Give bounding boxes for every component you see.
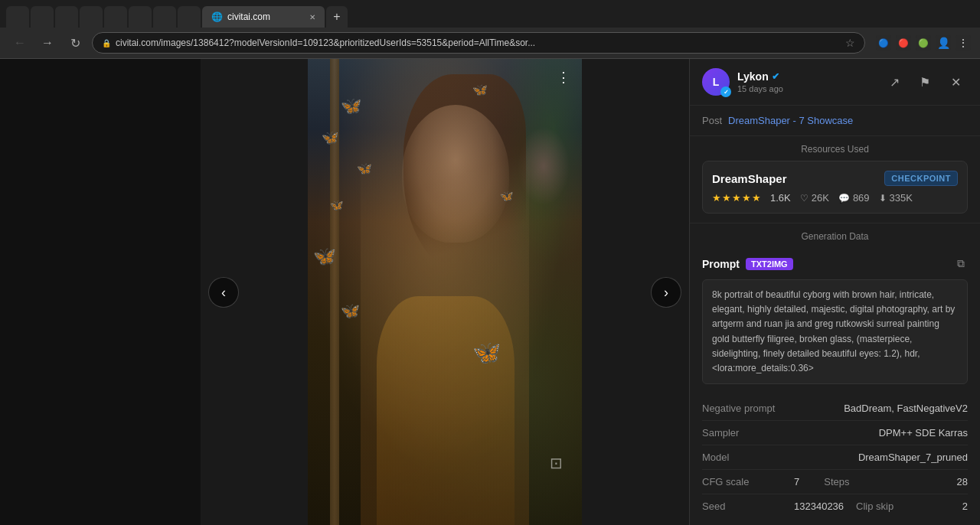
steps-label: Steps xyxy=(824,476,849,488)
avatar: L ✓ xyxy=(702,68,730,96)
resource-card: DreamShaper CHECKPOINT ★ ★ ★ ★ ★ 1.6K ♡ … xyxy=(702,161,968,214)
refresh-button[interactable]: ↻ xyxy=(64,32,86,54)
user-info: Lykon ✔ 15 days ago xyxy=(737,70,874,93)
model-row: Model DreamShaper_7_pruned xyxy=(702,445,968,470)
close-button[interactable]: ✕ xyxy=(943,70,968,94)
post-label: Post xyxy=(702,115,722,126)
model-label: Model xyxy=(702,452,794,463)
address-bar[interactable]: 🔒 civitai.com/images/1386412?modelVersio… xyxy=(92,32,865,54)
butterfly-5: 🦋 xyxy=(313,246,336,267)
prompt-text: 8k portrait of beautiful cyborg with bro… xyxy=(702,279,968,384)
prompt-label: Prompt xyxy=(702,258,740,270)
tab-favicon: 🌐 xyxy=(211,11,223,22)
more-options-icon: ⋮ xyxy=(557,69,570,86)
butterfly-8: 🦋 xyxy=(472,83,488,97)
tab-item[interactable] xyxy=(55,6,78,28)
post-section: Post DreamShaper - 7 Showcase xyxy=(690,106,980,136)
forward-button[interactable]: → xyxy=(37,32,58,54)
gen-data-title: Generation Data xyxy=(690,223,980,248)
avatar-initials: L xyxy=(713,76,720,88)
share-icon: ↗ xyxy=(890,75,900,90)
negative-prompt-value: BadDream, FastNegativeV2 xyxy=(794,403,968,414)
share-button[interactable]: ↗ xyxy=(882,70,906,94)
steps-value: 28 xyxy=(849,476,968,488)
sampler-label: Sampler xyxy=(702,427,794,439)
browser-actions: 🔵 🔴 🟢 👤 ⋮ xyxy=(876,35,971,51)
tab-close-button[interactable]: ✕ xyxy=(309,13,315,21)
tab-item[interactable] xyxy=(178,6,201,28)
main-content: 🦋 🦋 🦋 🦋 🦋 🦋 🦋 🦋 🦋 ⋮ ⊡ ‹ › xyxy=(0,59,980,525)
star-1: ★ xyxy=(712,192,721,204)
negative-prompt-label: Negative prompt xyxy=(702,403,794,414)
cfg-scale-label: CFG scale xyxy=(702,476,794,488)
more-options-button[interactable]: ⋮ xyxy=(553,67,574,88)
flag-button[interactable]: ⚑ xyxy=(913,70,937,94)
nav-bar: ← → ↻ 🔒 civitai.com/images/1386412?model… xyxy=(0,28,980,58)
heart-icon: ♡ xyxy=(800,193,808,204)
resource-name[interactable]: DreamShaper xyxy=(712,172,787,185)
cfg-scale-value: 7 xyxy=(794,476,799,488)
tab-bar: 🌐 civitai.com ✕ + xyxy=(0,0,980,28)
butterfly-7: 🦋 xyxy=(472,339,501,366)
lock-icon: 🔒 xyxy=(102,39,111,47)
seed-clipskip-row: Seed 132340236 Clip skip 2 xyxy=(702,494,968,518)
download-icon: ⬇ xyxy=(879,193,887,204)
txt2img-badge: TXT2IMG xyxy=(746,258,793,270)
prev-arrow-icon: ‹ xyxy=(221,285,226,301)
comments-stat: 💬 869 xyxy=(838,192,870,204)
post-link[interactable]: DreamShaper - 7 Showcase xyxy=(728,115,853,126)
bookmark-icon[interactable]: ☆ xyxy=(845,37,855,49)
verified-badge: ✓ xyxy=(720,86,731,97)
seed-label: Seed xyxy=(702,501,794,512)
cfg-steps-row: CFG scale 7 Steps 28 xyxy=(702,470,968,494)
resources-title: Resources Used xyxy=(690,136,980,161)
ext-icon-1[interactable]: 🔵 xyxy=(876,35,891,51)
timestamp: 15 days ago xyxy=(737,84,874,93)
tab-item[interactable] xyxy=(6,6,29,28)
star-3: ★ xyxy=(732,192,741,204)
tab-item[interactable] xyxy=(153,6,176,28)
comments-count: 869 xyxy=(853,192,870,204)
likes-count: 26K xyxy=(812,192,829,204)
resource-header: DreamShaper CHECKPOINT xyxy=(712,171,958,186)
image-viewer: 🦋 🦋 🦋 🦋 🦋 🦋 🦋 🦋 🦋 ⋮ ⊡ ‹ › xyxy=(201,59,689,525)
butterfly-3: 🦋 xyxy=(357,161,372,176)
butterfly-4: 🦋 xyxy=(330,199,343,211)
browser-chrome: 🌐 civitai.com ✕ + ← → ↻ 🔒 civitai.com/im… xyxy=(0,0,980,59)
metadata-section: Negative prompt BadDream, FastNegativeV2… xyxy=(690,390,980,524)
copy-icon: ⧉ xyxy=(957,257,965,269)
sampler-row: Sampler DPM++ SDE Karras xyxy=(702,421,968,445)
star-2: ★ xyxy=(722,192,731,204)
prompt-header: Prompt TXT2IMG ⧉ xyxy=(702,254,968,273)
close-icon: ✕ xyxy=(951,75,961,90)
star-5: ★ xyxy=(752,192,761,204)
rating-count: 1.6K xyxy=(770,192,791,204)
tab-item[interactable] xyxy=(104,6,127,28)
next-image-button[interactable]: › xyxy=(651,277,681,308)
tab-item[interactable] xyxy=(80,6,103,28)
username-text: Lykon xyxy=(737,70,769,83)
back-button[interactable]: ← xyxy=(9,32,31,54)
star-4: ★ xyxy=(742,192,751,204)
tab-active[interactable]: 🌐 civitai.com ✕ xyxy=(202,6,325,28)
username[interactable]: Lykon ✔ xyxy=(737,70,874,83)
butterfly-2: 🦋 xyxy=(322,129,338,146)
copy-prompt-button[interactable]: ⧉ xyxy=(954,254,968,273)
profile-icon[interactable]: 👤 xyxy=(936,35,951,51)
panel-actions: ↗ ⚑ ✕ xyxy=(882,70,968,94)
butterfly-1: 🦋 xyxy=(341,96,361,116)
tab-item[interactable] xyxy=(129,6,152,28)
tab-item[interactable] xyxy=(31,6,54,28)
verified-icon: ✔ xyxy=(772,71,779,82)
ext-icon-2[interactable]: 🔴 xyxy=(896,35,911,51)
prev-image-button[interactable]: ‹ xyxy=(208,277,239,308)
flag-icon: ⚑ xyxy=(920,75,930,90)
menu-icon[interactable]: ⋮ xyxy=(956,35,971,51)
new-tab-button[interactable]: + xyxy=(326,6,348,28)
clip-skip-value: 2 xyxy=(893,501,968,512)
sampler-value: DPM++ SDE Karras xyxy=(794,427,968,439)
panel-header: L ✓ Lykon ✔ 15 days ago ↗ ⚑ ✕ xyxy=(690,59,980,106)
resource-stats: ★ ★ ★ ★ ★ 1.6K ♡ 26K 💬 869 ⬇ 335K xyxy=(712,192,958,204)
url-text: civitai.com/images/1386412?modelVersionI… xyxy=(116,38,841,48)
ext-icon-3[interactable]: 🟢 xyxy=(916,35,931,51)
